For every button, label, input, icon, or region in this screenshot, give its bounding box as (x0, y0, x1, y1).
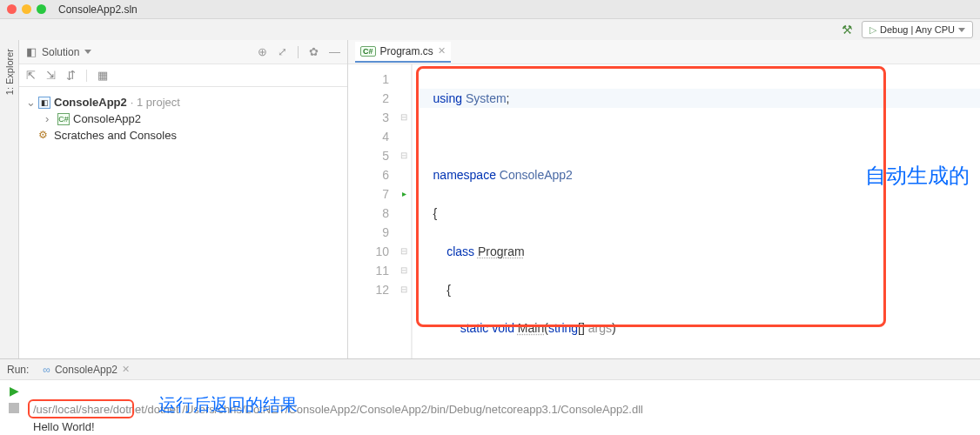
run-panel-header: Run: ∞ ConsoleApp2 ✕ (0, 359, 980, 380)
run-controls: ▶ (0, 380, 28, 435)
scratches-label: Scratches and Consoles (54, 129, 177, 142)
project-name: ConsoleApp2 (73, 112, 141, 125)
debug-icon: ▷ (869, 24, 876, 36)
root-suffix: · 1 project (131, 96, 180, 109)
line-number: 6 (353, 165, 389, 184)
line-number: 9 (353, 223, 389, 242)
chevron-down-icon[interactable] (84, 50, 91, 54)
tab-program-cs[interactable]: C# Program.cs ✕ (355, 42, 451, 63)
explorer-toolbar: ⇱ ⇲ ⇵ ▦ (19, 64, 347, 87)
tree-root[interactable]: ⌄ ◧ ConsoleApp2 · 1 project (23, 94, 344, 110)
line-number: 7 (353, 184, 389, 204)
run-output-line: Hello World! (33, 420, 95, 433)
close-icon[interactable]: ✕ (438, 45, 446, 57)
line-number: 8 (353, 204, 389, 223)
line-number: 1 (353, 70, 389, 89)
run-config-label: Debug | Any CPU (880, 24, 955, 35)
fold-gutter: ⊟ ⊟ ▸ ⊟⊟⊟ (397, 64, 413, 358)
line-number: 3 (353, 108, 389, 127)
scratches-icon (38, 130, 50, 142)
window-close-icon[interactable] (7, 4, 17, 14)
explorer-title: Solution (42, 46, 79, 58)
gear-icon[interactable]: ✿ (309, 45, 319, 58)
run-panel: Run: ∞ ConsoleApp2 ✕ ▶ /usr/local/share/… (0, 358, 980, 435)
minimize-icon[interactable]: — (329, 45, 340, 58)
chevron-down-icon (958, 28, 965, 32)
run-output[interactable]: /usr/local/share/dotnet/dotnet /Users/ch… (28, 380, 980, 435)
run-tab[interactable]: ∞ ConsoleApp2 ✕ (37, 362, 135, 378)
sync-icon[interactable]: ⇲ (46, 69, 56, 82)
tree-project[interactable]: › C# ConsoleApp2 (23, 110, 344, 127)
line-number: 12 (353, 280, 389, 299)
run-tab-label: ConsoleApp2 (55, 364, 117, 376)
explorer-panel: ◧ Solution ⊕ ⤢ ✿ — ⇱ ⇲ ⇵ ▦ ⌄ ◧ ConsoleAp… (19, 40, 348, 358)
solution-file-name: ConsoleApp2.sln (58, 3, 138, 16)
expand-icon[interactable]: ⤢ (278, 45, 287, 58)
chevron-right-icon[interactable]: › (45, 112, 54, 125)
run-command-line: /usr/local/share/dotnet/dotnet /Users/ch… (33, 403, 643, 416)
line-number-gutter: 1 2 3 4 5 6 7 8 9 10 11 12 (348, 64, 397, 358)
line-number: 11 (353, 261, 389, 280)
window-zoom-icon[interactable] (37, 4, 46, 14)
solution-icon: ◧ (26, 45, 37, 58)
window-minimize-icon[interactable] (22, 4, 31, 14)
code-editor: C# Program.cs ✕ 1 2 3 4 5 6 7 8 9 10 11 … (348, 40, 980, 358)
line-number: 2 (353, 89, 389, 108)
tree-scratches[interactable]: Scratches and Consoles (23, 127, 344, 144)
target-icon[interactable]: ⊕ (258, 45, 267, 58)
editor-tabs: C# Program.cs ✕ (348, 40, 980, 64)
code-text[interactable]: using System; namespace ConsoleApp2 { cl… (413, 64, 980, 358)
left-tool-strip: 1: Explorer (0, 40, 19, 358)
tab-label: Program.cs (380, 45, 433, 57)
code-area[interactable]: 1 2 3 4 5 6 7 8 9 10 11 12 ⊟ ⊟ ▸ ⊟⊟⊟ usi… (348, 64, 980, 358)
root-name: ConsoleApp2 (54, 96, 127, 109)
title-bar: ConsoleApp2.sln (0, 0, 980, 19)
top-toolbar: ⚒ ▷ Debug | Any CPU (0, 19, 980, 40)
collapse-all-icon[interactable]: ⇱ (26, 69, 36, 82)
dotnet-icon: ∞ (43, 364, 50, 376)
scroll-icon[interactable]: ⇵ (66, 69, 76, 82)
run-body: ▶ /usr/local/share/dotnet/dotnet /Users/… (0, 380, 980, 435)
solution-tree: ⌄ ◧ ConsoleApp2 · 1 project › C# Console… (19, 87, 347, 151)
line-number: 4 (353, 127, 389, 146)
run-panel-label: Run: (7, 364, 29, 376)
explorer-header: ◧ Solution ⊕ ⤢ ✿ — (19, 40, 347, 64)
run-configuration-selector[interactable]: ▷ Debug | Any CPU (862, 21, 973, 38)
divider (86, 70, 87, 82)
close-icon[interactable]: ✕ (122, 364, 130, 375)
csharp-file-icon: C# (360, 46, 376, 57)
explorer-tool-tab[interactable]: 1: Explorer (4, 45, 15, 98)
solution-icon: ◧ (38, 97, 50, 109)
build-icon[interactable]: ⚒ (842, 23, 853, 37)
view-mode-icon[interactable]: ▦ (97, 69, 108, 82)
run-stop-icon[interactable] (9, 403, 19, 413)
csharp-project-icon: C# (57, 113, 70, 125)
line-number: 5 (353, 146, 389, 165)
line-number: 10 (353, 242, 389, 261)
divider (298, 46, 299, 58)
run-play-icon[interactable]: ▶ (10, 384, 19, 398)
chevron-down-icon[interactable]: ⌄ (26, 96, 35, 109)
